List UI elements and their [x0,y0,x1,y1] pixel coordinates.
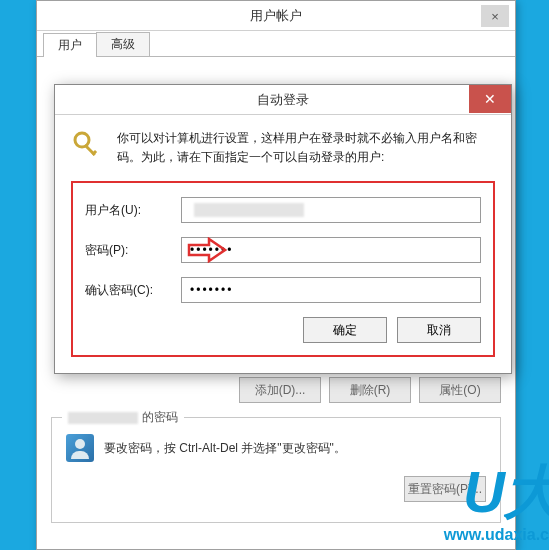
dialog-close-button[interactable]: ✕ [469,85,511,113]
username-redacted [68,412,138,424]
dialog-title: 自动登录 [55,91,511,109]
highlighted-form-area: 用户名(U): 密码(P): 确认密码(C): 确定 取消 [71,181,495,357]
group-legend: 的密码 [62,409,184,426]
add-button[interactable]: 添加(D)... [239,377,321,403]
confirm-password-label: 确认密码(C): [85,282,181,299]
properties-button[interactable]: 属性(O) [419,377,501,403]
tab-label: 高级 [111,36,135,53]
password-label: 密码(P): [85,242,181,259]
ok-button[interactable]: 确定 [303,317,387,343]
username-label: 用户名(U): [85,202,181,219]
password-input[interactable] [181,237,481,263]
dialog-titlebar: 自动登录 ✕ [55,85,511,115]
cancel-button[interactable]: 取消 [397,317,481,343]
change-password-line: 要改密码，按 Ctrl-Alt-Del 并选择"更改密码"。 [66,434,486,462]
username-input[interactable] [181,197,481,223]
tab-label: 用户 [58,37,82,54]
titlebar: 用户帐户 × [37,1,515,31]
change-password-text: 要改密码，按 Ctrl-Alt-Del 并选择"更改密码"。 [104,440,346,457]
remove-button[interactable]: 删除(R) [329,377,411,403]
password-group: 的密码 要改密码，按 Ctrl-Alt-Del 并选择"更改密码"。 重置密码(… [51,417,501,523]
dialog-button-row: 确定 取消 [85,317,481,343]
user-icon [66,434,94,462]
tabstrip: 用户 高级 [37,31,515,57]
dialog-body: 你可以对计算机进行设置，这样用户在登录时就不必输入用户名和密码。为此，请在下面指… [55,115,511,373]
dialog-header: 你可以对计算机进行设置，这样用户在登录时就不必输入用户名和密码。为此，请在下面指… [71,129,495,167]
svg-point-0 [75,133,89,147]
username-value-redacted [194,203,304,217]
tab-advanced[interactable]: 高级 [96,32,150,56]
dialog-description: 你可以对计算机进行设置，这样用户在登录时就不必输入用户名和密码。为此，请在下面指… [117,129,495,167]
legend-suffix: 的密码 [142,409,178,426]
window-title: 用户帐户 [37,7,515,25]
auto-login-dialog: 自动登录 ✕ 你可以对计算机进行设置，这样用户在登录时就不必输入用户名和密码。为… [54,84,512,374]
reset-password-button[interactable]: 重置密码(P)... [404,476,486,502]
user-list-buttons: 添加(D)... 删除(R) 属性(O) [51,377,501,403]
confirm-password-input[interactable] [181,277,481,303]
close-button[interactable]: × [481,5,509,27]
username-row: 用户名(U): [85,197,481,223]
tab-users[interactable]: 用户 [43,33,97,57]
password-row: 密码(P): [85,237,481,263]
key-icon [71,129,105,163]
confirm-password-row: 确认密码(C): [85,277,481,303]
